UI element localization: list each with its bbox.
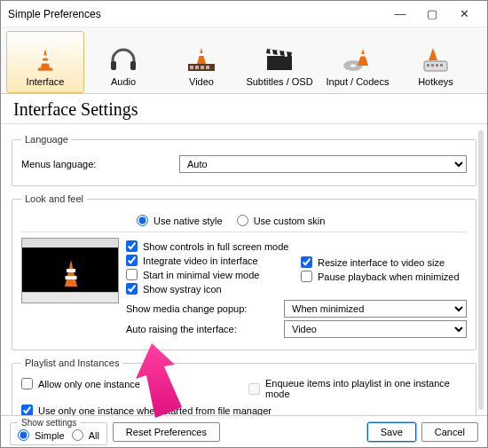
headphones-icon bbox=[108, 46, 138, 73]
menus-language-label: Menus language: bbox=[21, 159, 172, 169]
systray-check[interactable] bbox=[126, 283, 138, 295]
language-group: Language Menus language: Auto bbox=[12, 134, 476, 186]
use-one-fm-check[interactable] bbox=[21, 405, 33, 415]
svg-rect-1 bbox=[42, 56, 49, 59]
cone-icon bbox=[32, 46, 59, 73]
svg-rect-29 bbox=[67, 269, 75, 272]
allow-one-check[interactable] bbox=[21, 378, 33, 389]
tab-hotkeys[interactable]: Hotkeys bbox=[397, 31, 475, 93]
clapper-icon bbox=[264, 46, 295, 73]
tab-subtitles[interactable]: Subtitles / OSD bbox=[240, 31, 319, 93]
simple-radio[interactable] bbox=[18, 429, 29, 441]
minimal-view-check[interactable] bbox=[126, 269, 138, 280]
svg-marker-0 bbox=[41, 49, 51, 69]
resize-interface-check[interactable] bbox=[301, 256, 312, 268]
maximize-button[interactable]: ▢ bbox=[416, 2, 448, 27]
integrate-video-check[interactable] bbox=[126, 255, 138, 266]
footer: Show settings Simple All Reset Preferenc… bbox=[1, 415, 487, 447]
svg-rect-26 bbox=[436, 64, 438, 67]
lookfeel-legend: Look and feel bbox=[21, 193, 87, 204]
tab-input-codecs[interactable]: Input / Codecs bbox=[319, 31, 397, 93]
pause-minimized-check[interactable] bbox=[301, 271, 312, 282]
settings-scroll-area: Language Menus language: Auto Look and f… bbox=[1, 125, 487, 415]
tab-label: Hotkeys bbox=[418, 76, 453, 87]
playlist-legend: Playlist and Instances bbox=[21, 358, 122, 368]
tab-label: Audio bbox=[111, 76, 136, 87]
vertical-scrollbar[interactable] bbox=[478, 130, 484, 410]
svg-marker-20 bbox=[358, 49, 368, 66]
media-change-label: Show media change popup: bbox=[126, 303, 277, 314]
window-title: Simple Preferences bbox=[8, 8, 384, 20]
language-legend: Language bbox=[21, 134, 72, 145]
media-change-select[interactable]: When minimized bbox=[284, 300, 467, 318]
minimize-button[interactable]: — bbox=[384, 2, 416, 27]
show-controls-check[interactable] bbox=[126, 240, 138, 252]
category-tabs: Interface Audio Video Subtitles / OSD In… bbox=[1, 28, 487, 94]
svg-marker-28 bbox=[65, 260, 77, 287]
svg-rect-27 bbox=[440, 64, 443, 67]
svg-rect-4 bbox=[111, 61, 116, 70]
menus-language-select[interactable]: Auto bbox=[179, 155, 467, 173]
use-custom-radio[interactable] bbox=[237, 215, 248, 226]
svg-rect-2 bbox=[41, 61, 50, 64]
tab-video[interactable]: Video bbox=[162, 31, 240, 93]
playlist-group: Playlist and Instances Allow only one in… bbox=[12, 358, 476, 415]
enqueue-check bbox=[248, 383, 260, 395]
cancel-button[interactable]: Cancel bbox=[421, 422, 478, 442]
auto-raise-label: Auto raising the interface: bbox=[126, 324, 277, 334]
disc-cone-icon bbox=[342, 46, 373, 73]
use-native-label: Use native style bbox=[153, 216, 223, 226]
svg-rect-8 bbox=[195, 66, 199, 69]
keyboard-cone-icon bbox=[421, 46, 451, 73]
all-radio[interactable] bbox=[72, 429, 83, 441]
auto-raise-select[interactable]: Video bbox=[284, 320, 467, 338]
svg-rect-7 bbox=[190, 66, 193, 69]
svg-point-19 bbox=[350, 64, 356, 67]
reset-preferences-button[interactable]: Reset Preferences bbox=[113, 422, 220, 442]
titlebar: Simple Preferences — ▢ ✕ bbox=[1, 1, 487, 28]
tab-label: Input / Codecs bbox=[327, 76, 390, 87]
tab-label: Interface bbox=[27, 76, 65, 87]
tab-audio[interactable]: Audio bbox=[84, 31, 162, 93]
tab-interface[interactable]: Interface bbox=[6, 31, 84, 93]
save-button[interactable]: Save bbox=[367, 422, 416, 442]
close-button[interactable]: ✕ bbox=[448, 2, 480, 27]
svg-rect-10 bbox=[206, 66, 209, 69]
svg-rect-3 bbox=[38, 68, 53, 71]
svg-rect-12 bbox=[198, 53, 205, 56]
lookfeel-group: Look and feel Use native style Use custo… bbox=[12, 193, 476, 350]
tab-label: Subtitles / OSD bbox=[246, 76, 312, 87]
svg-rect-24 bbox=[427, 64, 429, 67]
svg-rect-13 bbox=[267, 56, 292, 70]
svg-rect-30 bbox=[66, 276, 77, 279]
film-cone-icon bbox=[186, 46, 216, 73]
preview-thumbnail bbox=[21, 238, 119, 303]
svg-rect-21 bbox=[359, 54, 366, 57]
tab-label: Video bbox=[189, 76, 214, 87]
show-settings-group: Show settings Simple All bbox=[10, 418, 107, 445]
show-settings-legend: Show settings bbox=[18, 418, 80, 428]
svg-marker-22 bbox=[429, 48, 437, 60]
svg-rect-25 bbox=[431, 64, 434, 67]
use-custom-label: Use custom skin bbox=[254, 216, 326, 226]
svg-rect-5 bbox=[130, 61, 136, 70]
use-native-radio[interactable] bbox=[137, 215, 148, 226]
svg-rect-9 bbox=[201, 66, 204, 69]
page-title: Interface Settings bbox=[1, 94, 487, 124]
